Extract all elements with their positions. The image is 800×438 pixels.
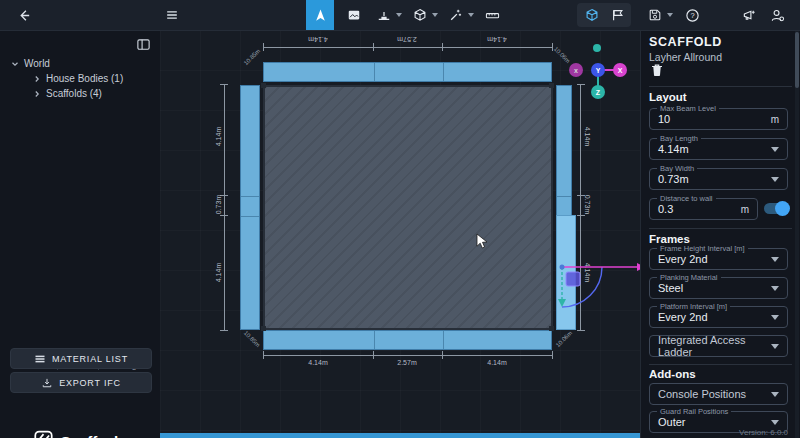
material-list-label: MATERIAL LIST <box>52 354 128 364</box>
help-icon: ? <box>685 8 700 23</box>
collapse-sidebar-button[interactable] <box>134 35 152 53</box>
field-label: Bay Length <box>657 134 701 143</box>
dimension-line-top <box>263 47 552 48</box>
bay-width-select[interactable]: Bay Width 0.73m <box>649 168 788 190</box>
max-beam-level-field[interactable]: Max Beam Level 10 m <box>649 108 788 130</box>
select-tool-button[interactable] <box>306 0 334 30</box>
screenshot-tool-button[interactable] <box>340 0 368 30</box>
dim-label-left: 4.14m <box>215 122 222 152</box>
divider <box>649 86 792 87</box>
feedback-button[interactable] <box>735 0 763 30</box>
corner-dim-label: 10.06m <box>550 43 574 67</box>
move-z-arrowhead[interactable] <box>558 299 566 307</box>
list-icon <box>34 353 46 365</box>
measure-tool-button[interactable] <box>478 0 506 30</box>
field-label: Bay Width <box>657 164 697 173</box>
house-body[interactable] <box>263 85 553 330</box>
planking-material-select[interactable]: Planking Material Steel <box>649 277 788 299</box>
corner-post <box>261 83 266 88</box>
bay-length-select[interactable]: Bay Length 4.14m <box>649 138 788 160</box>
panel-title: SCAFFOLD <box>649 35 788 49</box>
auto-build-tool-button[interactable] <box>442 0 470 30</box>
corner-post <box>549 326 554 331</box>
gizmo-axis-label: X <box>574 67 578 74</box>
save-caret[interactable] <box>667 13 673 17</box>
gizmo-axis-x[interactable]: X <box>613 63 627 77</box>
bay-divider <box>443 63 444 81</box>
dim-label-top: 4.14m <box>303 36 333 43</box>
chevron-right-icon[interactable] <box>32 75 41 83</box>
integrated-access-ladder-dropdown[interactable]: Integrated Access Ladder <box>649 335 788 357</box>
menu-button[interactable] <box>158 0 186 30</box>
bay-divider <box>374 63 375 81</box>
selection-handle[interactable] <box>566 272 580 286</box>
chevron-down-icon[interactable] <box>10 60 19 68</box>
tree-item-label: World <box>24 58 50 69</box>
chevron-down-icon <box>771 344 779 349</box>
corner-post <box>549 83 554 88</box>
material-list-button[interactable]: MATERIAL LIST <box>10 348 152 369</box>
ruler-icon <box>485 8 500 23</box>
field-value[interactable]: 10 <box>658 113 771 125</box>
menu-icon <box>165 8 179 22</box>
distance-to-wall-field[interactable]: Distance to wall 0.3 m <box>649 198 758 220</box>
scaffold-run-left[interactable] <box>240 85 260 330</box>
toggle-knob <box>775 201 790 216</box>
bay-divider <box>443 331 444 349</box>
help-button[interactable]: ? <box>678 0 706 30</box>
scaffcalc-logo-icon <box>34 430 53 438</box>
gizmo-axis-neg-x[interactable]: X <box>569 63 583 77</box>
save-icon <box>648 8 662 22</box>
field-label: Frame Height Interval [m] <box>657 244 748 253</box>
download-icon <box>41 377 53 389</box>
dim-label-bottom: 2.57m <box>392 359 422 366</box>
field-value[interactable]: 0.3 <box>658 203 741 215</box>
distance-to-wall-toggle[interactable] <box>764 203 788 214</box>
back-button[interactable] <box>10 0 38 30</box>
viewport-3d[interactable]: 4.14m 2.57m 4.14m 4.14m 2.57m 4.14m 4.14… <box>160 30 640 438</box>
gizmo-axis-z[interactable]: Z <box>591 85 605 99</box>
scaffold-run-top[interactable] <box>263 62 552 82</box>
gizmo-axis-neg-z[interactable] <box>593 44 601 52</box>
gizmo-axis-y[interactable]: Y <box>591 63 605 77</box>
version-label: Version: 6.0.0 <box>739 428 788 437</box>
box-tool-caret[interactable] <box>432 13 438 17</box>
image-icon <box>347 8 361 22</box>
transform-gizmo[interactable] <box>550 252 640 312</box>
ground-tool-button[interactable] <box>370 0 398 30</box>
dim-label-right: 0.73m <box>584 190 591 220</box>
chevron-down-icon <box>771 147 779 152</box>
panel-collapse-icon <box>136 37 151 52</box>
export-ifc-button[interactable]: EXPORT IFC <box>10 372 152 393</box>
view-walls-button[interactable] <box>604 0 632 30</box>
dim-tick <box>442 351 443 359</box>
box-tool-button[interactable] <box>406 0 434 30</box>
auto-build-caret[interactable] <box>468 13 474 17</box>
scaffold-run-bottom[interactable] <box>263 330 552 350</box>
gizmo-origin[interactable] <box>560 265 565 270</box>
scrollbar-thumb[interactable] <box>795 32 799 88</box>
ground-tool-caret[interactable] <box>396 13 402 17</box>
dim-tick <box>373 43 374 51</box>
tree-item-world[interactable]: World <box>0 56 170 71</box>
section-layout: Layout <box>649 91 788 103</box>
console-positions-dropdown[interactable]: Console Positions <box>649 383 788 405</box>
view-3d-cube-icon <box>585 8 599 22</box>
ground-water-strip <box>160 433 640 438</box>
chevron-right-icon[interactable] <box>32 90 41 98</box>
tree-item-label: House Bodies (1) <box>46 73 123 84</box>
view-3d-button[interactable] <box>578 0 606 30</box>
frame-height-interval-select[interactable]: Frame Height Interval [m] Every 2nd <box>649 248 788 270</box>
save-button[interactable] <box>641 0 669 30</box>
platform-interval-select[interactable]: Platform Interval [m] Every 2nd <box>649 306 788 328</box>
delete-scaffold-button[interactable] <box>649 62 669 78</box>
field-value: Every 2nd <box>658 253 771 265</box>
user-settings-icon <box>770 8 785 23</box>
dimension-line-left <box>224 84 225 330</box>
panel-scrollbar[interactable] <box>795 30 799 438</box>
dim-label-top: 2.57m <box>392 36 422 43</box>
scaffcalc-logo-text: Scaffcalc <box>61 433 127 438</box>
account-button[interactable] <box>763 0 791 30</box>
dim-tick <box>220 84 228 85</box>
field-value: Integrated Access Ladder <box>658 334 771 358</box>
